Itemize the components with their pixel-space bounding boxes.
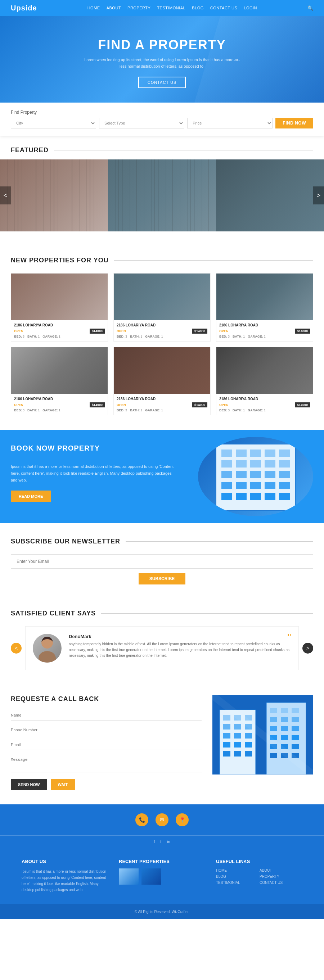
nav-home[interactable]: HOME: [88, 6, 100, 10]
property-price-1: $14000: [89, 329, 105, 334]
property-address-6: 2186 LOHARIYA ROAD: [219, 397, 310, 401]
featured-header: FEATURED: [0, 146, 324, 154]
nav-property[interactable]: PROPERTY: [128, 6, 150, 10]
property-info-2: 2186 LOHARIYA ROAD OPEN $14000 BED: 3 BA…: [114, 320, 210, 341]
svg-rect-63: [292, 708, 299, 713]
svg-rect-31: [250, 482, 261, 489]
footer-link-testimonial[interactable]: TESTIMONIAL: [216, 881, 259, 885]
property-garage-3: GARAGE: 1: [248, 335, 266, 338]
footer-link-contact[interactable]: CONTACT US: [260, 881, 302, 885]
property-info-6: 2186 LOHARIYA ROAD OPEN $14000 BED: 3 BA…: [216, 394, 313, 415]
svg-rect-56: [223, 751, 230, 757]
carousel-prev-button[interactable]: <: [0, 186, 11, 204]
property-price-6: $14000: [295, 402, 310, 407]
property-type-6: OPEN: [219, 403, 228, 407]
testimonial-next-button[interactable]: >: [302, 643, 313, 654]
nav-about[interactable]: ABOUT: [107, 6, 121, 10]
price-select[interactable]: Price: [187, 118, 273, 129]
svg-rect-27: [265, 471, 275, 478]
wait-button[interactable]: WAIT: [51, 779, 75, 790]
navigation: Upside HOME ABOUT PROPERTY TESTIMONIAL B…: [0, 0, 324, 16]
svg-rect-58: [245, 751, 252, 757]
svg-rect-72: [292, 735, 299, 740]
property-garage-2: GARAGE: 1: [145, 335, 163, 338]
footer-links-grid: HOME ABOUT BLOG PROPERTY TESTIMONIAL CON…: [216, 869, 302, 886]
nav-blog[interactable]: BLOG: [192, 6, 204, 10]
callback-title-row: REQUESTE A CALL BACK: [11, 695, 202, 703]
email-input[interactable]: [11, 554, 313, 569]
subscribe-button[interactable]: SUBSCRIBE: [139, 573, 186, 584]
property-info-3: 2186 LOHARIYA ROAD OPEN $14000 BED: 3 BA…: [216, 320, 313, 341]
property-type-3: OPEN: [219, 329, 228, 333]
property-info-1: 2186 LOHARIYA ROAD OPEN $14000 BED: 3 BA…: [11, 320, 108, 341]
nav-login[interactable]: LOGIN: [244, 6, 257, 10]
property-price-4: $14000: [89, 402, 105, 407]
book-image: [198, 437, 313, 516]
book-title: BOOK NOW PROPERTY: [11, 444, 100, 452]
footer-link-home[interactable]: HOME: [216, 869, 259, 872]
type-select[interactable]: Select Type: [99, 118, 184, 129]
footer-about-title: ABOUT US: [22, 859, 108, 864]
city-select[interactable]: City: [11, 118, 96, 129]
brand-logo[interactable]: Upside: [11, 4, 37, 12]
book-read-more-button[interactable]: Read More: [11, 490, 51, 502]
newsletter-title: SUBSCRIBE OUR NEWSLETTER: [11, 538, 120, 545]
testimonial-prev-button[interactable]: <: [11, 643, 22, 654]
footer-useful-links: USEFUL LINKS HOME ABOUT BLOG PROPERTY TE…: [216, 859, 302, 893]
location-icon[interactable]: 📍: [176, 813, 188, 826]
search-button[interactable]: Find Now: [275, 118, 313, 129]
property-row-3: OPEN $14000: [219, 329, 310, 334]
send-button[interactable]: SEND NOW: [11, 779, 47, 790]
footer-contact-icons: 📞 ✉ 📍: [0, 804, 324, 836]
featured-image-2: [108, 159, 216, 231]
new-properties-divider: [114, 260, 313, 261]
new-properties-title: NEW PROPERTIES FOR YOU: [11, 257, 109, 264]
svg-rect-67: [270, 726, 277, 731]
svg-rect-30: [236, 482, 247, 489]
footer-social-links: f t in: [0, 836, 324, 848]
footer-property-thumbs: [119, 869, 205, 885]
testimonial-text: anything temporarily hidden in the middl…: [69, 641, 291, 659]
phone-icon[interactable]: 📞: [136, 813, 148, 826]
svg-rect-54: [234, 742, 241, 748]
property-price-5: $14000: [192, 402, 207, 407]
linkedin-link[interactable]: in: [167, 839, 170, 844]
footer-thumb-1: [119, 869, 139, 885]
message-field[interactable]: [11, 754, 202, 772]
nav-testimonial[interactable]: TESTIMONIAL: [157, 6, 185, 10]
svg-rect-57: [234, 751, 241, 757]
featured-image-1: [0, 159, 108, 231]
svg-rect-33: [279, 482, 290, 489]
property-price-3: $14000: [295, 329, 310, 334]
form-buttons: SEND NOW WAIT: [11, 779, 202, 790]
carousel-next-button[interactable]: >: [313, 186, 324, 204]
svg-rect-0: [0, 159, 108, 231]
footer-link-property[interactable]: PROPERTY: [260, 875, 302, 878]
footer-link-about[interactable]: ABOUT: [260, 869, 302, 872]
search-row: City Select Type Price Find Now: [11, 118, 313, 129]
svg-rect-48: [234, 724, 241, 730]
search-section: Find Property City Select Type Price Fin…: [0, 103, 324, 136]
email-field[interactable]: [11, 740, 202, 750]
property-card-6: 2186 LOHARIYA ROAD OPEN $14000 BED: 3 BA…: [216, 347, 313, 415]
phone-input[interactable]: [11, 725, 202, 735]
property-baths-6: BATH: 1: [233, 409, 245, 412]
svg-rect-61: [270, 708, 277, 713]
property-features-4: BED: 3 BATH: 1 GARAGE: 1: [14, 409, 105, 412]
property-beds-1: BED: 3: [14, 335, 24, 338]
footer-link-blog[interactable]: BLOG: [216, 875, 259, 878]
property-beds-5: BED: 3: [117, 409, 127, 412]
name-input[interactable]: [11, 710, 202, 721]
hero-cta-button[interactable]: CONTACT US: [138, 77, 186, 88]
nav-contact[interactable]: CONTACT US: [210, 6, 238, 10]
nav-links: HOME ABOUT PROPERTY TESTIMONIAL BLOG CON…: [88, 6, 257, 10]
svg-rect-24: [222, 471, 232, 478]
svg-rect-14: [222, 450, 232, 457]
svg-rect-62: [281, 708, 288, 713]
property-address-1: 2186 LOHARIYA ROAD: [14, 323, 105, 327]
property-address-4: 2186 LOHARIYA ROAD: [14, 397, 105, 401]
twitter-link[interactable]: t: [160, 839, 161, 844]
search-icon[interactable]: 🔍: [308, 5, 313, 11]
facebook-link[interactable]: f: [154, 839, 155, 844]
mail-icon[interactable]: ✉: [155, 813, 169, 826]
